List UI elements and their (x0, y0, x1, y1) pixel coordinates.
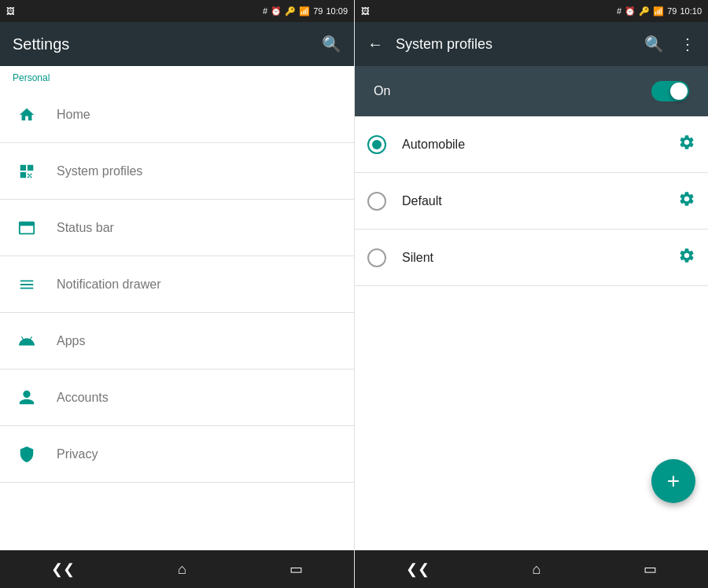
svg-rect-1 (20, 222, 34, 226)
right-panel: 🖼 # ⏰ 🔑 📶 79 10:10 ← System profiles 🔍 ⋮… (354, 0, 708, 588)
image-icon: 🖼 (6, 6, 15, 16)
section-label: Personal (0, 66, 354, 86)
fab-plus-icon: + (667, 469, 680, 494)
system-profiles-icon (13, 157, 41, 186)
alarm-icon: ⏰ (271, 6, 282, 17)
system-profiles-label: System profiles (57, 164, 142, 178)
right-key-icon: 🔑 (639, 6, 650, 17)
automobile-label: Automobile (402, 138, 678, 152)
privacy-icon (13, 440, 41, 469)
profile-item-silent[interactable]: Silent (355, 230, 708, 286)
left-panel: 🖼 # ⏰ 🔑 📶 79 10:09 Settings Personal Hom… (0, 0, 354, 588)
right-toolbar: ← System profiles 🔍 ⋮ (355, 22, 708, 66)
home-icon (13, 101, 41, 129)
radio-default[interactable] (367, 192, 386, 211)
notification-drawer-label: Notification drawer (57, 277, 161, 292)
default-gear-icon[interactable] (678, 190, 695, 211)
right-image-icon: 🖼 (361, 6, 370, 16)
back-button[interactable]: ← (361, 29, 389, 60)
right-status-bar-right: # ⏰ 🔑 📶 79 10:10 (617, 6, 702, 17)
profile-item-automobile[interactable]: Automobile (355, 116, 708, 173)
right-bottom-area: + (355, 333, 708, 550)
left-nav-back-button[interactable]: ❮❮ (39, 554, 87, 584)
right-nav-bar: ❮❮ ⌂ ▭ (355, 550, 708, 588)
toggle-row: On (355, 66, 708, 116)
hash-icon: # (263, 6, 267, 16)
right-status-bar-left: 🖼 (361, 6, 370, 16)
search-icon[interactable] (322, 35, 341, 53)
right-signal-icon: 📶 (653, 6, 664, 17)
profile-list: Automobile Default Silent (355, 116, 708, 333)
status-bar-label: Status bar (57, 221, 114, 235)
menu-item-status-bar[interactable]: Status bar (0, 200, 354, 256)
menu-item-accounts[interactable]: Accounts (0, 369, 354, 426)
privacy-label: Privacy (57, 447, 98, 461)
left-toolbar: Settings (0, 22, 354, 66)
radio-silent[interactable] (367, 248, 386, 267)
home-label: Home (57, 108, 90, 122)
right-toolbar-icons: 🔍 ⋮ (638, 28, 702, 60)
silent-label: Silent (402, 251, 678, 265)
right-nav-recents-button[interactable]: ▭ (631, 554, 669, 584)
settings-title: Settings (13, 35, 69, 53)
left-nav-home-button[interactable]: ⌂ (165, 555, 199, 584)
right-time-display: 10:10 (680, 6, 702, 16)
apps-label: Apps (57, 334, 85, 348)
toggle-label: On (374, 84, 390, 98)
profile-item-default[interactable]: Default (355, 173, 708, 230)
right-nav-home-button[interactable]: ⌂ (520, 555, 554, 584)
battery-icon: 79 (313, 6, 323, 16)
accounts-icon (13, 384, 41, 412)
right-more-icon[interactable]: ⋮ (673, 28, 702, 60)
signal-icon: 📶 (299, 6, 310, 17)
automobile-gear-icon[interactable] (678, 134, 695, 155)
right-alarm-icon: ⏰ (625, 6, 636, 17)
menu-item-privacy[interactable]: Privacy (0, 426, 354, 483)
fab-button[interactable]: + (651, 459, 695, 503)
notification-drawer-icon (13, 270, 41, 299)
status-bar-left-icons: 🖼 (6, 6, 15, 16)
right-hash-icon: # (617, 6, 621, 16)
status-bar-icon (13, 214, 41, 242)
menu-item-apps[interactable]: Apps (0, 313, 354, 369)
right-nav-back-button[interactable]: ❮❮ (393, 554, 442, 584)
system-profiles-title: System profiles (396, 36, 632, 53)
toggle-switch[interactable] (651, 81, 689, 101)
menu-list: Home System profiles Status bar Notifica… (0, 86, 354, 550)
key-icon: 🔑 (285, 6, 296, 17)
silent-gear-icon[interactable] (678, 247, 695, 268)
menu-item-system-profiles[interactable]: System profiles (0, 143, 354, 200)
accounts-label: Accounts (57, 391, 109, 405)
left-nav-recents-button[interactable]: ▭ (277, 554, 315, 584)
default-label: Default (402, 194, 678, 208)
left-nav-bar: ❮❮ ⌂ ▭ (0, 550, 354, 588)
left-status-bar: 🖼 # ⏰ 🔑 📶 79 10:09 (0, 0, 354, 22)
right-battery-level: 79 (667, 6, 677, 16)
apps-icon (13, 327, 41, 355)
time-display: 10:09 (326, 6, 348, 16)
right-search-icon[interactable]: 🔍 (638, 28, 670, 60)
menu-item-notification-drawer[interactable]: Notification drawer (0, 256, 354, 313)
menu-item-home[interactable]: Home (0, 86, 354, 143)
radio-automobile[interactable] (367, 135, 386, 154)
right-status-bar: 🖼 # ⏰ 🔑 📶 79 10:10 (355, 0, 708, 22)
status-bar-right-area: # ⏰ 🔑 📶 79 10:09 (263, 6, 348, 17)
